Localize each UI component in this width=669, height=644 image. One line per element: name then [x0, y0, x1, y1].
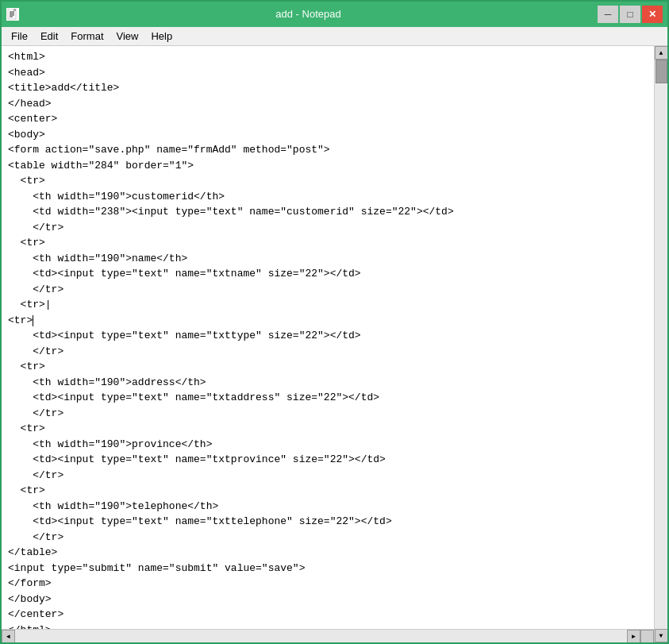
minimize-button[interactable]: ─ [598, 6, 618, 23]
horizontal-scrollbar: ◄ ► [2, 629, 654, 642]
maximize-button[interactable]: □ [620, 6, 640, 23]
editor-line: <tr> [8, 313, 648, 329]
editor-line: </tr> [8, 344, 648, 360]
title-bar: add - Notepad ─ □ ✕ [2, 2, 667, 27]
vertical-scrollbar[interactable]: ▲ ▼ [654, 46, 667, 642]
editor-line: <head> [8, 65, 648, 81]
editor-line: <center> [8, 111, 648, 127]
editor-line: </tr> [8, 530, 648, 546]
editor-line: <td width="238"><input type="text" name=… [8, 204, 648, 220]
menu-file[interactable]: File [5, 29, 34, 44]
menu-view[interactable]: View [110, 29, 145, 44]
editor-line: <tr> [8, 173, 648, 189]
title-bar-left [6, 8, 19, 21]
title-controls: ─ □ ✕ [598, 6, 663, 23]
editor-line: <tr> [8, 421, 648, 437]
editor-line: <tr>| [8, 297, 648, 313]
text-cursor [33, 315, 33, 326]
editor-line: </body> [8, 592, 648, 607]
close-button[interactable]: ✕ [642, 6, 663, 23]
menu-edit[interactable]: Edit [34, 29, 64, 44]
editor-line: <th width="190">telephone</th> [8, 499, 648, 515]
scroll-track-vertical[interactable] [655, 60, 667, 629]
editor-line: </tr> [8, 468, 648, 484]
window-title: add - Notepad [275, 8, 340, 20]
editor-line: </tr> [8, 406, 648, 422]
editor-line: </head> [8, 96, 648, 112]
editor-line: <title>add</title> [8, 80, 648, 96]
scroll-left-button[interactable]: ◄ [2, 630, 15, 643]
editor-line: <input type="submit" name="submit" value… [8, 561, 648, 577]
scroll-down-button[interactable]: ▼ [655, 629, 668, 642]
menu-bar: File Edit Format View Help [2, 27, 667, 46]
scroll-track-horizontal[interactable] [15, 630, 627, 642]
svg-rect-1 [13, 9, 16, 11]
editor-line: <body> [8, 127, 648, 143]
editor-line: </tr> [8, 220, 648, 236]
editor-container: ▲ ▼ <html><head><title>add</title></head… [2, 46, 667, 642]
editor-line: </table> [8, 545, 648, 561]
editor-line: </center> [8, 607, 648, 623]
scroll-up-button[interactable]: ▲ [655, 46, 668, 60]
editor-line: <tr> [8, 235, 648, 251]
menu-help[interactable]: Help [144, 29, 179, 44]
editor-line: <html> [8, 49, 648, 65]
text-content[interactable]: <html><head><title>add</title></head><ce… [2, 46, 654, 629]
editor-line: <table width="284" border="1"> [8, 158, 648, 174]
app-icon [6, 8, 19, 21]
editor-line: <th width="190">customerid</th> [8, 189, 648, 205]
editor-line: <td><input type="text" name="txtname" si… [8, 266, 648, 282]
scroll-corner [640, 630, 654, 643]
menu-format[interactable]: Format [64, 29, 110, 44]
editor-line: <td><input type="text" name="txtprovince… [8, 452, 648, 468]
editor-line: <td><input type="text" name="txttelephon… [8, 514, 648, 530]
editor-line: <td><input type="text" name="txttype" si… [8, 328, 648, 344]
scroll-right-button[interactable]: ► [627, 630, 640, 643]
editor-line: <td><input type="text" name="txtaddress"… [8, 390, 648, 406]
editor-line: </tr> [8, 282, 648, 298]
editor-line: <th width="190">address</th> [8, 375, 648, 391]
editor-line: <tr> [8, 483, 648, 499]
editor-main[interactable]: <html><head><title>add</title></head><ce… [2, 46, 654, 642]
title-bar-center: add - Notepad [19, 8, 598, 21]
editor-line: </form> [8, 576, 648, 592]
editor-line: <th width="190">province</th> [8, 437, 648, 453]
editor-line: <th width="190">name</th> [8, 251, 648, 267]
notepad-window: add - Notepad ─ □ ✕ File Edit Format Vie… [0, 0, 669, 644]
editor-line: </html> [8, 623, 648, 630]
editor-line: <form action="save.php" name="frmAdd" me… [8, 142, 648, 158]
editor-line: <tr> [8, 359, 648, 375]
